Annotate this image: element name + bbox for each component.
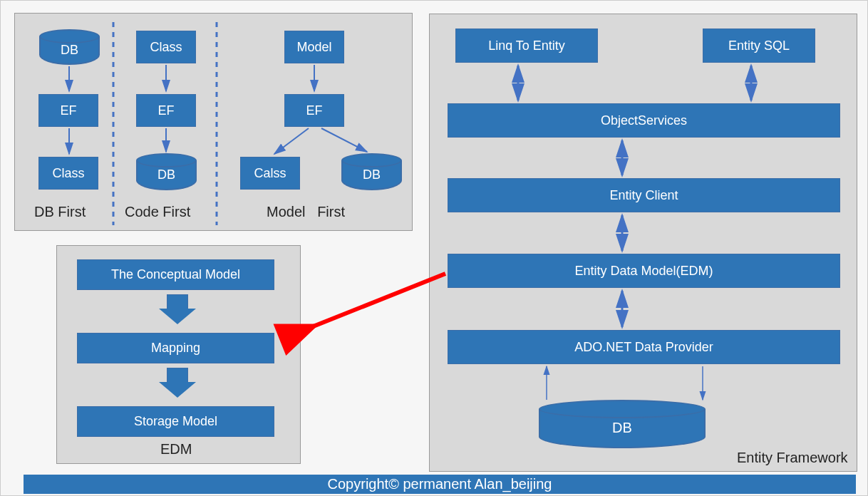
edm-title: EDM [160,441,192,458]
down-arrow-icon [159,294,196,324]
mapping-box: Mapping [77,333,274,363]
entity-framework-title: Entity Framework [737,450,848,466]
cylinder-top [39,29,100,43]
diagram-canvas: DB EF Class DB First Class EF DB Code Fi… [0,0,868,496]
code-first-title: Code First [125,204,190,220]
class-box-cf: Class [136,31,196,63]
conceptual-model-box: The Conceptual Model [77,259,274,290]
storage-model-box: Storage Model [77,406,274,437]
objectservices-box: ObjectServices [448,103,840,138]
svg-line-16 [311,274,445,327]
db-first-title: DB First [34,204,86,220]
esql-box: Entity SQL [703,29,815,63]
cylinder-top-mf [341,153,402,167]
cylinder-top-big [539,400,706,418]
copyright-footer: Copyright© permanent Alan_beijing [24,475,856,494]
ef-box-cf: EF [136,94,196,127]
linq-box: Linq To Entity [455,29,598,63]
entityclient-box: Entity Client [448,178,840,212]
ef-box-mf: EF [284,94,344,127]
class-box: Class [38,157,98,190]
model-box: Model [284,31,344,63]
cylinder-top-cf [136,153,197,167]
model-first-title: Model First [267,204,345,220]
db-label: DB [61,43,78,58]
edm-box: Entity Data Model(EDM) [448,254,840,288]
ef-box: EF [38,94,98,127]
adonet-box: ADO.NET Data Provider [448,330,840,364]
down-arrow-icon [159,368,196,398]
class-box-mf: Calss [240,157,300,190]
